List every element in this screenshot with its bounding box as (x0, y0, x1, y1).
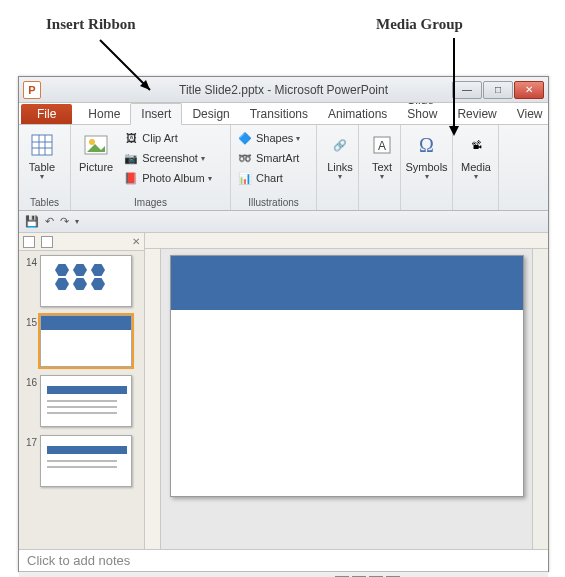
canvas-area[interactable] (161, 249, 532, 549)
outline-tab-icon[interactable] (41, 236, 53, 248)
smartart-label: SmartArt (256, 152, 299, 164)
text-button[interactable]: A Text (363, 129, 401, 184)
app-window: P Title Slide2.pptx - Microsoft PowerPoi… (18, 76, 549, 572)
group-text: A Text (359, 125, 401, 210)
chart-button[interactable]: 📊Chart (235, 169, 302, 187)
group-label-images: Images (75, 196, 226, 209)
omega-icon: Ω (413, 131, 441, 159)
group-label-symbols (405, 207, 448, 209)
media-icon: 📽 (462, 131, 490, 159)
thumb-num-15: 15 (21, 315, 37, 328)
window-controls: — □ ✕ (452, 81, 544, 99)
slide-title-placeholder[interactable] (171, 256, 523, 310)
clipart-button[interactable]: 🖼Clip Art (121, 129, 213, 147)
symbols-label: Symbols (405, 161, 447, 182)
group-label-tables: Tables (23, 196, 66, 209)
tab-transitions[interactable]: Transitions (240, 104, 318, 124)
thumb-17[interactable] (40, 435, 132, 487)
tab-review[interactable]: Review (447, 104, 506, 124)
ribbon: Table Tables Picture 🖼Clip Art 📷Screensh… (19, 125, 548, 211)
minimize-button[interactable]: — (452, 81, 482, 99)
ruler-vertical (145, 249, 161, 549)
links-label: Links (327, 161, 353, 182)
photoalbum-button[interactable]: 📕Photo Album ▾ (121, 169, 213, 187)
thumb-num-14: 14 (21, 255, 37, 268)
thumb-row[interactable]: 17 (21, 435, 142, 487)
annotation-media-group: Media Group (376, 16, 463, 33)
table-button[interactable]: Table (23, 129, 61, 184)
group-media: 📽 Media (453, 125, 499, 210)
edit-body (145, 249, 548, 549)
thumb-row[interactable]: 16 (21, 375, 142, 427)
screenshot-icon: 📷 (123, 150, 139, 166)
notes-pane[interactable]: Click to add notes (19, 549, 548, 571)
smartart-icon: ➿ (237, 150, 253, 166)
tab-view[interactable]: View (507, 104, 553, 124)
media-label: Media (461, 161, 491, 182)
shapes-button[interactable]: 🔷Shapes ▾ (235, 129, 302, 147)
picture-button[interactable]: Picture (75, 129, 117, 175)
statusbar: Slide 15 of 17 "Office Theme" ✓ ▭ ▦ ▣ ▶ … (19, 571, 548, 577)
ruler-horizontal (145, 233, 548, 249)
tab-home[interactable]: Home (78, 104, 130, 124)
symbols-button[interactable]: Ω Symbols (405, 129, 448, 184)
media-button[interactable]: 📽 Media (457, 129, 495, 184)
shapes-icon: 🔷 (237, 130, 253, 146)
thumb-num-16: 16 (21, 375, 37, 388)
photoalbum-icon: 📕 (123, 170, 139, 186)
group-illustrations: 🔷Shapes ▾ ➿SmartArt 📊Chart Illustrations (231, 125, 317, 210)
thumb-15[interactable] (40, 315, 132, 367)
tab-insert[interactable]: Insert (130, 103, 182, 125)
editor (145, 233, 548, 549)
qat-dropdown-icon[interactable]: ▾ (75, 217, 79, 226)
group-symbols: Ω Symbols (401, 125, 453, 210)
photoalbum-label: Photo Album (142, 172, 204, 184)
tab-animations[interactable]: Animations (318, 104, 397, 124)
thumb-row[interactable]: 14 (21, 255, 142, 307)
textbox-icon: A (368, 131, 396, 159)
close-button[interactable]: ✕ (514, 81, 544, 99)
save-icon[interactable]: 💾 (25, 215, 39, 228)
panel-tabstrip: ✕ (19, 233, 144, 251)
thumb-14[interactable] (40, 255, 132, 307)
smartart-button[interactable]: ➿SmartArt (235, 149, 302, 167)
undo-icon[interactable]: ↶ (45, 215, 54, 228)
svg-text:A: A (378, 139, 386, 153)
svg-point-10 (89, 139, 95, 145)
window-title: Title Slide2.pptx - Microsoft PowerPoint (179, 83, 388, 97)
screenshot-button[interactable]: 📷Screenshot ▾ (121, 149, 213, 167)
workspace: ✕ 14 15 16 (19, 233, 548, 549)
group-label-text (363, 207, 396, 209)
quick-access-row: 💾 ↶ ↷ ▾ (19, 211, 548, 233)
links-button[interactable]: 🔗 Links (321, 129, 359, 184)
clipart-icon: 🖼 (123, 130, 139, 146)
picture-label: Picture (79, 161, 113, 173)
thumb-num-17: 17 (21, 435, 37, 448)
group-label-media (457, 207, 494, 209)
tab-design[interactable]: Design (182, 104, 239, 124)
panel-close-icon[interactable]: ✕ (132, 236, 140, 247)
svg-rect-4 (32, 135, 52, 155)
slide-canvas[interactable] (170, 255, 524, 497)
text-label: Text (372, 161, 392, 182)
screenshot-label: Screenshot (142, 152, 198, 164)
group-label-links (321, 207, 354, 209)
thumb-16[interactable] (40, 375, 132, 427)
slides-tab-icon[interactable] (23, 236, 35, 248)
redo-icon[interactable]: ↷ (60, 215, 69, 228)
scrollbar-vertical[interactable] (532, 249, 548, 549)
picture-icon (82, 131, 110, 159)
group-links: 🔗 Links (317, 125, 359, 210)
chart-icon: 📊 (237, 170, 253, 186)
table-icon (28, 131, 56, 159)
group-images: Picture 🖼Clip Art 📷Screenshot ▾ 📕Photo A… (71, 125, 231, 210)
thumbnail-list: 14 15 16 17 (19, 251, 144, 491)
ribbon-tabs: File Home Insert Design Transitions Anim… (19, 103, 548, 125)
maximize-button[interactable]: □ (483, 81, 513, 99)
slide-panel: ✕ 14 15 16 (19, 233, 145, 549)
thumb-row[interactable]: 15 (21, 315, 142, 367)
tab-file[interactable]: File (21, 104, 72, 124)
group-tables: Table Tables (19, 125, 71, 210)
titlebar: P Title Slide2.pptx - Microsoft PowerPoi… (19, 77, 548, 103)
chart-label: Chart (256, 172, 283, 184)
